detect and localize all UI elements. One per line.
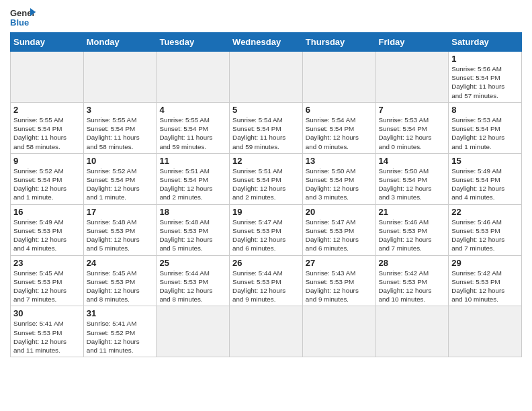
calendar-cell: 7Sunrise: 5:53 AM Sunset: 5:54 PM Daylig… <box>375 102 449 153</box>
calendar-cell: 19Sunrise: 5:47 AM Sunset: 5:53 PM Dayli… <box>230 204 303 255</box>
day-info: Sunrise: 5:52 AM Sunset: 5:54 PM Dayligh… <box>13 167 81 202</box>
svg-text:Blue: Blue <box>10 17 29 28</box>
calendar-cell: 20Sunrise: 5:47 AM Sunset: 5:53 PM Dayli… <box>302 204 375 255</box>
day-number: 28 <box>379 258 446 268</box>
day-number: 24 <box>87 258 154 268</box>
day-number: 23 <box>13 258 81 268</box>
page-header: General Blue <box>10 7 522 28</box>
weekday-header-row: SundayMondayTuesdayWednesdayThursdayFrid… <box>11 33 522 52</box>
calendar-week-1: 1Sunrise: 5:56 AM Sunset: 5:54 PM Daylig… <box>11 52 522 103</box>
calendar-cell: 16Sunrise: 5:49 AM Sunset: 5:53 PM Dayli… <box>11 204 84 255</box>
calendar-cell <box>83 52 157 103</box>
day-info: Sunrise: 5:47 AM Sunset: 5:53 PM Dayligh… <box>232 218 300 253</box>
day-info: Sunrise: 5:55 AM Sunset: 5:54 PM Dayligh… <box>159 116 226 151</box>
day-number: 7 <box>379 105 446 115</box>
weekday-header-tuesday: Tuesday <box>157 33 230 52</box>
day-info: Sunrise: 5:44 AM Sunset: 5:53 PM Dayligh… <box>232 269 300 304</box>
day-info: Sunrise: 5:56 AM Sunset: 5:54 PM Dayligh… <box>451 64 519 100</box>
calendar-cell: 6Sunrise: 5:54 AM Sunset: 5:54 PM Daylig… <box>302 102 375 153</box>
day-info: Sunrise: 5:54 AM Sunset: 5:54 PM Dayligh… <box>232 116 300 151</box>
day-number: 30 <box>13 308 81 318</box>
calendar-cell: 2Sunrise: 5:55 AM Sunset: 5:54 PM Daylig… <box>11 102 84 153</box>
calendar-cell: 23Sunrise: 5:45 AM Sunset: 5:53 PM Dayli… <box>11 255 84 306</box>
day-number: 5 <box>232 105 300 115</box>
day-info: Sunrise: 5:43 AM Sunset: 5:53 PM Dayligh… <box>306 269 373 304</box>
day-info: Sunrise: 5:46 AM Sunset: 5:53 PM Dayligh… <box>451 218 519 253</box>
weekday-header-friday: Friday <box>375 33 449 52</box>
calendar-cell <box>157 306 230 357</box>
day-info: Sunrise: 5:52 AM Sunset: 5:54 PM Dayligh… <box>87 167 154 202</box>
calendar-cell: 14Sunrise: 5:50 AM Sunset: 5:54 PM Dayli… <box>375 153 449 204</box>
day-info: Sunrise: 5:46 AM Sunset: 5:53 PM Dayligh… <box>379 218 446 253</box>
calendar-cell: 31Sunrise: 5:41 AM Sunset: 5:52 PM Dayli… <box>83 306 157 357</box>
calendar-cell: 13Sunrise: 5:50 AM Sunset: 5:54 PM Dayli… <box>302 153 375 204</box>
day-number: 19 <box>232 207 300 217</box>
day-number: 1 <box>451 54 519 64</box>
generalblue-logo-icon: General Blue <box>10 7 36 28</box>
day-number: 13 <box>306 156 373 166</box>
calendar-cell: 29Sunrise: 5:42 AM Sunset: 5:53 PM Dayli… <box>449 255 522 306</box>
calendar-cell: 9Sunrise: 5:52 AM Sunset: 5:54 PM Daylig… <box>11 153 84 204</box>
day-info: Sunrise: 5:55 AM Sunset: 5:54 PM Dayligh… <box>13 116 81 151</box>
calendar-cell <box>230 306 303 357</box>
calendar-cell: 28Sunrise: 5:42 AM Sunset: 5:53 PM Dayli… <box>375 255 449 306</box>
day-number: 6 <box>306 105 373 115</box>
day-info: Sunrise: 5:49 AM Sunset: 5:53 PM Dayligh… <box>13 218 81 253</box>
calendar-cell <box>375 306 449 357</box>
calendar-cell: 30Sunrise: 5:41 AM Sunset: 5:53 PM Dayli… <box>11 306 84 357</box>
day-number: 11 <box>159 156 226 166</box>
day-info: Sunrise: 5:51 AM Sunset: 5:54 PM Dayligh… <box>232 167 300 202</box>
day-info: Sunrise: 5:42 AM Sunset: 5:53 PM Dayligh… <box>379 269 446 304</box>
day-number: 9 <box>13 156 81 166</box>
calendar-cell: 12Sunrise: 5:51 AM Sunset: 5:54 PM Dayli… <box>230 153 303 204</box>
weekday-header-thursday: Thursday <box>302 33 375 52</box>
day-number: 25 <box>159 258 226 268</box>
day-number: 4 <box>159 105 226 115</box>
weekday-header-sunday: Sunday <box>11 33 84 52</box>
calendar-cell <box>302 52 375 103</box>
calendar-cell: 18Sunrise: 5:48 AM Sunset: 5:53 PM Dayli… <box>157 204 230 255</box>
calendar-week-5: 23Sunrise: 5:45 AM Sunset: 5:53 PM Dayli… <box>11 255 522 306</box>
day-info: Sunrise: 5:45 AM Sunset: 5:53 PM Dayligh… <box>87 269 154 304</box>
calendar-cell: 5Sunrise: 5:54 AM Sunset: 5:54 PM Daylig… <box>230 102 303 153</box>
day-info: Sunrise: 5:50 AM Sunset: 5:54 PM Dayligh… <box>379 167 446 202</box>
day-info: Sunrise: 5:41 AM Sunset: 5:52 PM Dayligh… <box>87 319 154 355</box>
day-info: Sunrise: 5:51 AM Sunset: 5:54 PM Dayligh… <box>159 167 226 202</box>
calendar-cell: 25Sunrise: 5:44 AM Sunset: 5:53 PM Dayli… <box>157 255 230 306</box>
day-number: 31 <box>87 308 154 318</box>
day-info: Sunrise: 5:48 AM Sunset: 5:53 PM Dayligh… <box>159 218 226 253</box>
day-info: Sunrise: 5:45 AM Sunset: 5:53 PM Dayligh… <box>13 269 81 304</box>
calendar-week-4: 16Sunrise: 5:49 AM Sunset: 5:53 PM Dayli… <box>11 204 522 255</box>
calendar-cell <box>449 306 522 357</box>
day-number: 29 <box>451 258 519 268</box>
calendar-cell: 22Sunrise: 5:46 AM Sunset: 5:53 PM Dayli… <box>449 204 522 255</box>
calendar-cell <box>11 52 84 103</box>
calendar-cell: 10Sunrise: 5:52 AM Sunset: 5:54 PM Dayli… <box>83 153 157 204</box>
day-info: Sunrise: 5:41 AM Sunset: 5:53 PM Dayligh… <box>13 319 81 355</box>
calendar-cell: 11Sunrise: 5:51 AM Sunset: 5:54 PM Dayli… <box>157 153 230 204</box>
day-number: 22 <box>451 207 519 217</box>
day-info: Sunrise: 5:53 AM Sunset: 5:54 PM Dayligh… <box>451 116 519 151</box>
day-info: Sunrise: 5:54 AM Sunset: 5:54 PM Dayligh… <box>306 116 373 151</box>
calendar-cell: 17Sunrise: 5:48 AM Sunset: 5:53 PM Dayli… <box>83 204 157 255</box>
day-number: 27 <box>306 258 373 268</box>
day-number: 21 <box>379 207 446 217</box>
day-number: 10 <box>87 156 154 166</box>
calendar-cell <box>157 52 230 103</box>
day-number: 16 <box>13 207 81 217</box>
calendar-cell <box>230 52 303 103</box>
calendar-cell: 4Sunrise: 5:55 AM Sunset: 5:54 PM Daylig… <box>157 102 230 153</box>
calendar-cell <box>375 52 449 103</box>
day-number: 20 <box>306 207 373 217</box>
calendar-week-2: 2Sunrise: 5:55 AM Sunset: 5:54 PM Daylig… <box>11 102 522 153</box>
calendar-cell <box>302 306 375 357</box>
calendar-table: SundayMondayTuesdayWednesdayThursdayFrid… <box>10 32 522 357</box>
day-info: Sunrise: 5:49 AM Sunset: 5:54 PM Dayligh… <box>451 167 519 202</box>
weekday-header-saturday: Saturday <box>449 33 522 52</box>
day-number: 12 <box>232 156 300 166</box>
weekday-header-monday: Monday <box>83 33 157 52</box>
day-number: 2 <box>13 105 81 115</box>
calendar-cell: 21Sunrise: 5:46 AM Sunset: 5:53 PM Dayli… <box>375 204 449 255</box>
calendar-cell: 15Sunrise: 5:49 AM Sunset: 5:54 PM Dayli… <box>449 153 522 204</box>
calendar-week-6: 30Sunrise: 5:41 AM Sunset: 5:53 PM Dayli… <box>11 306 522 357</box>
